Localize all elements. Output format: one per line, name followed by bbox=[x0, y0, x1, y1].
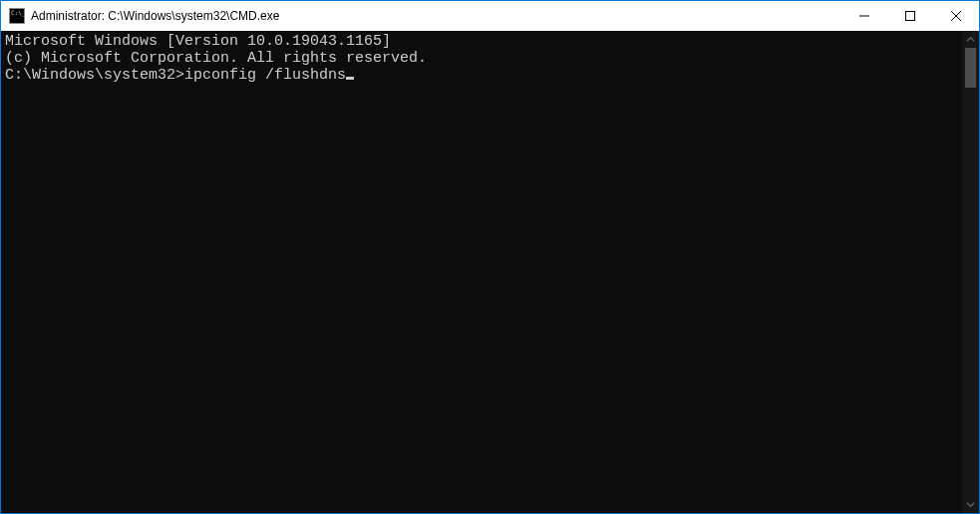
cursor bbox=[346, 77, 354, 80]
prompt-line: C:\Windows\system32>ipconfig /flushdns bbox=[5, 67, 962, 84]
prompt: C:\Windows\system32> bbox=[5, 67, 184, 84]
terminal-container: Microsoft Windows [Version 10.0.19043.11… bbox=[1, 31, 979, 513]
titlebar[interactable]: Administrator: C:\Windows\system32\CMD.e… bbox=[1, 1, 979, 31]
cmd-window: Administrator: C:\Windows\system32\CMD.e… bbox=[0, 0, 980, 514]
close-button[interactable] bbox=[933, 1, 979, 31]
scrollbar-track[interactable] bbox=[962, 48, 979, 496]
scroll-up-arrow[interactable] bbox=[962, 31, 979, 48]
svg-rect-1 bbox=[906, 12, 915, 21]
command-input[interactable]: ipconfig /flushdns bbox=[184, 67, 346, 84]
scroll-down-arrow[interactable] bbox=[962, 496, 979, 513]
vertical-scrollbar[interactable] bbox=[962, 31, 979, 513]
maximize-button[interactable] bbox=[887, 1, 933, 31]
terminal-output[interactable]: Microsoft Windows [Version 10.0.19043.11… bbox=[1, 31, 962, 513]
scrollbar-thumb[interactable] bbox=[965, 48, 976, 88]
terminal-line: (c) Microsoft Corporation. All rights re… bbox=[5, 50, 962, 67]
window-controls bbox=[841, 1, 979, 31]
terminal-line: Microsoft Windows [Version 10.0.19043.11… bbox=[5, 33, 962, 50]
cmd-icon bbox=[9, 8, 25, 24]
minimize-button[interactable] bbox=[841, 1, 887, 31]
window-title: Administrator: C:\Windows\system32\CMD.e… bbox=[31, 9, 279, 23]
